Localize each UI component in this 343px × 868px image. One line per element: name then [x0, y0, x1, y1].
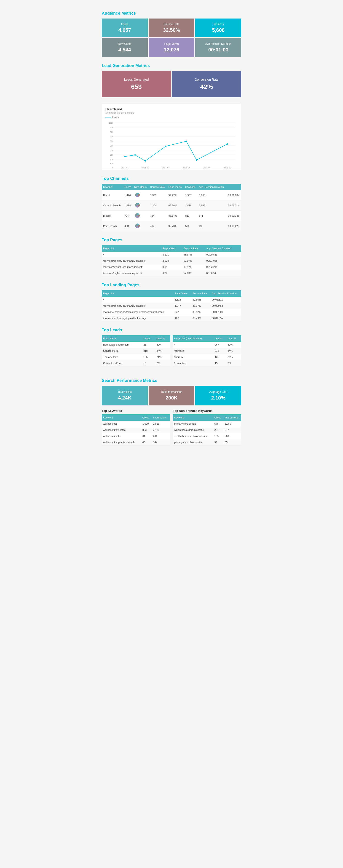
svg-text:800: 800	[110, 131, 113, 133]
top-nonbranded-table-wrapper: KeywordClicksImpressions primary care se…	[173, 414, 241, 445]
table-header: Users	[123, 184, 133, 190]
table-cell: 639	[161, 270, 182, 276]
table-cell: 2%	[155, 360, 170, 366]
table-cell: 267	[142, 342, 155, 348]
table-header: Sessions	[184, 184, 198, 190]
table-cell: /	[173, 342, 213, 348]
pie-icon	[134, 212, 141, 219]
table-cell: Homepage enquiry form	[102, 342, 142, 348]
metric-label: Users	[104, 23, 145, 26]
table-cell: 135	[213, 433, 223, 439]
table-row: Therapy form13521%	[102, 354, 170, 360]
table-cell: 871	[198, 211, 227, 221]
chart-subtitle: Metrics for the last 6 months	[106, 112, 237, 114]
pie-icon	[134, 192, 141, 198]
top-channels-table: ChannelUsersNew UsersBounce RatePage Vie…	[102, 184, 241, 231]
table-cell: wellness first practice seattle	[102, 439, 141, 445]
table-cell: 92.70%	[167, 221, 184, 231]
metric-value: 00:01:03	[198, 47, 239, 53]
table-header: Lead %	[155, 335, 170, 342]
lead-gen-card: Conversion Rate 42%	[172, 71, 241, 97]
table-cell: 21%	[226, 354, 241, 360]
table-cell: 724	[123, 211, 133, 221]
table-row: /hormone-balancing/thyroid-balancing/166…	[102, 315, 241, 321]
table-row: wellness first practice seattle46144	[102, 439, 170, 445]
table-row: /1,51459.65%00:01:51s	[102, 297, 241, 303]
table-cell: 21%	[155, 354, 170, 360]
table-cell: 493	[198, 221, 227, 231]
table-header: Impressions	[223, 414, 241, 421]
table-header: Page Link	[102, 290, 173, 297]
table-row: /services21834%	[173, 348, 241, 354]
table-cell: 813	[184, 211, 198, 221]
svg-text:300: 300	[110, 154, 113, 156]
table-row: /services/primary-care/family-practice/2…	[102, 258, 241, 264]
table-row: Paid Search403 40292.70%59649300:00:22s	[102, 221, 241, 231]
table-cell: 89.42%	[182, 264, 205, 270]
legend-line	[106, 117, 111, 118]
svg-text:2021-02: 2021-02	[142, 166, 149, 169]
table-header: Page Link	[102, 245, 161, 252]
lead-value: 42%	[174, 83, 239, 91]
svg-text:2021-04: 2021-04	[182, 166, 190, 169]
leads-right-table-wrapper: Page Link (Lead Source)LeadsLead % /2674…	[173, 335, 241, 366]
metric-label: Avg Session Duration	[198, 42, 239, 45]
lead-label: Conversion Rate	[174, 78, 239, 81]
table-cell: 00:03:21s	[205, 264, 241, 270]
search-metric-card: Avgerage CTR 2.10%	[195, 386, 241, 405]
table-cell: 52.27%	[167, 190, 184, 200]
table-header: Avg. Session Duration	[198, 184, 227, 190]
top-landing-pages-section: Top Landing Pages Page LinkPage ViewsBou…	[102, 283, 241, 321]
table-row: /4,22138.97%00:00:55s	[102, 252, 241, 258]
svg-point-30	[186, 141, 187, 142]
svg-text:0: 0	[112, 166, 113, 169]
table-cell: 00:00:22s	[227, 221, 241, 231]
search-metric-label: Total Impressions	[151, 390, 192, 394]
table-cell: 267	[213, 342, 226, 348]
table-cell: 737	[173, 309, 191, 315]
search-metric-value: 200K	[151, 395, 192, 401]
metric-label: Bounce Rate	[151, 23, 192, 26]
table-cell: 1,514	[173, 297, 191, 303]
audience-metrics-title: Audience Metrics	[102, 11, 241, 16]
audience-metric-card: Users 4,657	[102, 19, 148, 37]
top-nonbranded-table: KeywordClicksImpressions primary care se…	[173, 414, 241, 445]
table-cell: 1,567	[184, 190, 198, 200]
table-cell: weight loss clinic in seattle	[173, 427, 213, 433]
table-row: /services/high-insulin-management63957.8…	[102, 270, 241, 276]
chart-title: User Trend	[106, 107, 237, 111]
audience-metric-card: New Users 4,544	[102, 38, 148, 57]
svg-text:900: 900	[110, 126, 113, 129]
landing-table: Page LinkPage ViewsBounce RateAvg. Sessi…	[102, 290, 241, 321]
table-cell: 1,289	[223, 421, 241, 427]
top-keywords-title: Top Keywords	[102, 409, 170, 412]
pie-chart-cell	[133, 200, 149, 211]
table-cell: 201	[152, 433, 170, 439]
chart-legend: Users	[106, 116, 237, 119]
svg-point-27	[135, 154, 136, 156]
user-trend-section: User Trend Metrics for the last 6 months…	[102, 104, 241, 170]
table-cell: 00:00:54s	[205, 270, 241, 276]
table-cell: 65.43%	[191, 315, 210, 321]
table-row: /therapy13521%	[173, 354, 241, 360]
metric-label: New Users	[104, 42, 145, 45]
table-row: primary care seattle5781,289	[173, 421, 241, 427]
metric-label: Page Views	[151, 42, 192, 45]
metric-label: Sessions	[198, 23, 239, 26]
table-cell: 85	[223, 439, 241, 445]
table-cell: /contact-us	[173, 360, 213, 366]
chart-container: 1000 900 800 700 600 500 400 300 200 100…	[106, 120, 237, 166]
table-header: Bounce Rate	[182, 245, 205, 252]
metric-value: 12,076	[151, 47, 192, 53]
table-row: seattle hormone balance clinic135263	[173, 433, 241, 439]
channels-table: ChannelUsersNew UsersBounce RatePage Vie…	[102, 184, 241, 231]
table-header: Bounce Rate	[191, 290, 210, 297]
audience-metric-card: Sessions 5,608	[195, 19, 241, 37]
table-cell: 1,393	[149, 190, 167, 200]
table-cell: wellness first seattle	[102, 427, 141, 433]
svg-point-26	[124, 156, 125, 157]
lead-value: 653	[104, 83, 169, 91]
table-row: wellness seattle64201	[102, 433, 170, 439]
table-cell: seattle hormone balance clinic	[173, 433, 213, 439]
table-row: wellnessfirst1,0092,813	[102, 421, 170, 427]
